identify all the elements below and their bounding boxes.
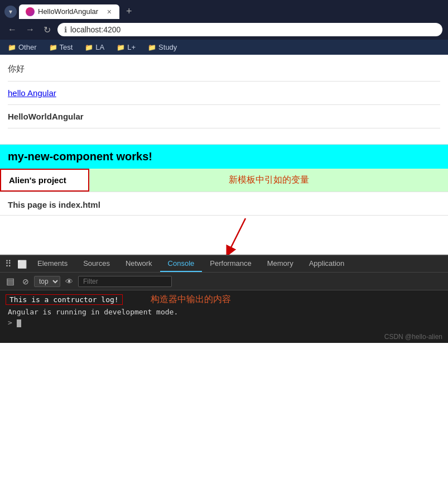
bookmark-other[interactable]: 📁 Other [6, 42, 39, 52]
constructor-log-text: This is a contructor log! [6, 294, 123, 305]
devtools-tabs: ⠿ ⬜ Elements Sources Network Console Per… [0, 256, 448, 273]
browser-chrome: ▾ HelloWorldAngular × + ← → ↻ ℹ localhos… [0, 0, 448, 55]
context-select[interactable]: top [34, 276, 60, 287]
address-text: localhost:4200 [70, 25, 436, 34]
filter-input[interactable] [78, 276, 172, 287]
alien-project-box: Alien's project [0, 169, 89, 192]
page-app-title: HelloWorldAngular [8, 112, 440, 128]
folder-icon: 📁 [148, 44, 156, 51]
tab-close-button[interactable]: × [106, 8, 113, 16]
reload-button[interactable]: ↻ [41, 23, 53, 36]
alien-variable: 新模板中引如的变量 [89, 169, 448, 192]
eye-icon-button[interactable]: 👁 [62, 275, 76, 288]
bookmark-lplus[interactable]: 📁 L+ [114, 42, 138, 52]
devtools-subtoolbar: ▤ ⊘ top 👁 [0, 273, 448, 290]
devtools-footer: CSDN @hello-alien [0, 331, 448, 343]
alien-project-row: Alien's project 新模板中引如的变量 [0, 169, 448, 192]
tab-network[interactable]: Network [118, 256, 160, 272]
page-content: 你好 hello Angular HelloWorldAngular [0, 55, 448, 145]
tab-console[interactable]: Console [160, 256, 203, 272]
bookmark-study-label: Study [158, 43, 177, 51]
hello-angular-link[interactable]: hello Angular [8, 88, 440, 105]
secure-icon: ℹ [64, 25, 67, 34]
new-tab-button[interactable]: + [122, 3, 137, 20]
log-row-constructor: This is a contructor log! 构造器中输出的内容 [6, 294, 442, 305]
forward-button[interactable]: → [23, 23, 37, 36]
log-comment: 构造器中输出的内容 [151, 294, 231, 305]
folder-icon: 📁 [117, 44, 125, 51]
page-greeting: 你好 [8, 64, 440, 82]
tab-sources[interactable]: Sources [75, 256, 118, 272]
address-input-wrap[interactable]: ℹ localhost:4200 [57, 23, 442, 36]
devtools-device-button[interactable]: ⬜ [15, 258, 30, 270]
folder-icon: 📁 [49, 44, 57, 51]
bookmark-lplus-label: L+ [127, 43, 136, 51]
svg-line-0 [229, 218, 245, 252]
clear-console-button[interactable]: ⊘ [20, 275, 32, 288]
tab-application[interactable]: Application [301, 256, 353, 272]
console-prompt[interactable]: > [6, 318, 442, 327]
devtools-content: This is a contructor log! 构造器中输出的内容 Angu… [0, 290, 448, 331]
arrow-area [0, 216, 448, 255]
bookmark-study[interactable]: 📁 Study [146, 42, 179, 52]
bookmark-la[interactable]: 📁 LA [83, 42, 107, 52]
tab-favicon [26, 7, 35, 16]
tab-expand-button[interactable]: ▾ [4, 6, 17, 18]
devtools-inspect-button[interactable]: ⠿ [2, 257, 15, 271]
tab-title: HelloWorldAngular [38, 7, 103, 16]
tab-memory[interactable]: Memory [259, 256, 301, 272]
cursor-blink [17, 319, 21, 327]
tab-elements[interactable]: Elements [30, 256, 75, 272]
dev-mode-log: Angular is running in development mode. [6, 308, 442, 316]
address-bar: ← → ↻ ℹ localhost:4200 [0, 20, 448, 40]
cyan-banner: my-new-component works! [0, 145, 448, 169]
annotation-arrow [212, 216, 279, 260]
prompt-symbol: > [8, 318, 12, 327]
bookmarks-bar: 📁 Other 📁 Test 📁 LA 📁 L+ 📁 Study [0, 40, 448, 55]
folder-icon: 📁 [8, 44, 16, 51]
bookmark-la-label: LA [95, 43, 104, 51]
tab-bar: ▾ HelloWorldAngular × + [0, 0, 448, 20]
folder-icon: 📁 [85, 44, 93, 51]
tab-performance[interactable]: Performance [202, 256, 259, 272]
page-index-title: This page is index.html [0, 192, 448, 216]
csdn-credit: CSDN @hello-alien [384, 333, 442, 341]
console-sidebar-button[interactable]: ▤ [3, 274, 17, 288]
bookmark-other-label: Other [18, 43, 37, 51]
back-button[interactable]: ← [6, 23, 19, 36]
devtools-panel: ⠿ ⬜ Elements Sources Network Console Per… [0, 255, 448, 343]
active-tab[interactable]: HelloWorldAngular × [19, 4, 119, 19]
bookmark-test[interactable]: 📁 Test [47, 42, 75, 52]
bookmark-test-label: Test [60, 43, 73, 51]
